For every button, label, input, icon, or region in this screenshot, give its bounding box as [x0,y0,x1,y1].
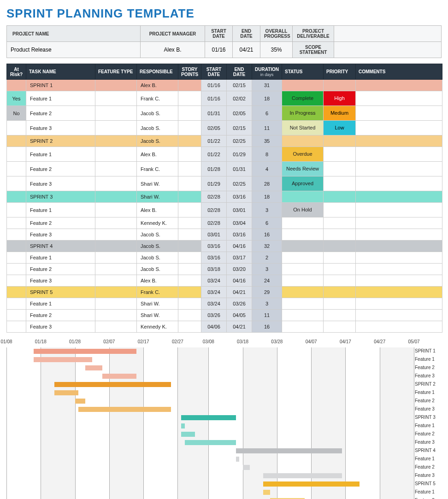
duration-cell[interactable]: 8 [252,147,282,162]
priority-cell[interactable] [324,275,356,287]
responsible-cell[interactable]: Jacob S. [137,241,178,252]
comments-cell[interactable] [356,264,442,275]
status-cell[interactable] [282,241,324,252]
status-cell[interactable]: Approved [282,176,324,191]
comments-cell[interactable] [356,106,442,121]
story-points-cell[interactable] [178,80,201,91]
feature-type-cell[interactable] [95,287,137,298]
comments-cell[interactable] [356,287,442,298]
feature-type-cell[interactable] [95,298,137,310]
task-name-cell[interactable]: Feature 2 [26,106,95,121]
story-points-cell[interactable] [178,275,201,287]
start-date-cell[interactable]: 04/06 [201,321,227,333]
feature-type-cell[interactable] [95,106,137,121]
comments-cell[interactable] [356,121,442,135]
duration-cell[interactable]: 32 [252,241,282,252]
status-cell[interactable] [282,191,324,203]
feature-type-cell[interactable] [95,135,137,147]
responsible-cell[interactable]: Jacob S. [137,135,178,147]
duration-cell[interactable]: 35 [252,135,282,147]
at-risk-cell[interactable]: Yes [7,91,26,106]
priority-cell[interactable]: Medium [324,106,356,121]
priority-cell[interactable] [324,203,356,217]
responsible-cell[interactable]: Shari W. [137,176,178,191]
task-name-cell[interactable]: Feature 2 [26,217,95,229]
at-risk-cell[interactable] [7,147,26,162]
story-points-cell[interactable] [178,217,201,229]
priority-cell[interactable]: High [324,91,356,106]
status-cell[interactable]: In Progress [282,106,324,121]
start-date-cell[interactable]: 02/28 [201,217,227,229]
task-name-cell[interactable]: Feature 3 [26,176,95,191]
end-date-cell[interactable]: 04/05 [227,310,252,321]
comments-cell[interactable] [356,310,442,321]
end-date-cell[interactable]: 03/20 [227,264,252,275]
sprint-row[interactable]: SPRINT 4Jacob S.03/1604/1632 [7,241,442,252]
task-name-cell[interactable]: SPRINT 4 [26,241,95,252]
status-cell[interactable] [282,310,324,321]
task-row[interactable]: Feature 2Jacob S.03/1803/203 [7,264,442,275]
task-name-cell[interactable]: Feature 3 [26,321,95,333]
comments-cell[interactable] [356,252,442,264]
at-risk-cell[interactable] [7,287,26,298]
feature-type-cell[interactable] [95,310,137,321]
at-risk-cell[interactable] [7,229,26,241]
at-risk-cell[interactable] [7,252,26,264]
task-name-cell[interactable]: Feature 3 [26,121,95,135]
start-date-cell[interactable]: 02/05 [201,121,227,135]
story-points-cell[interactable] [178,287,201,298]
at-risk-cell[interactable] [7,176,26,191]
comments-cell[interactable] [356,203,442,217]
responsible-cell[interactable]: Jacob S. [137,121,178,135]
end-date-cell[interactable]: 03/04 [227,217,252,229]
proj-name-value[interactable]: Product Release [7,42,141,58]
priority-cell[interactable] [324,241,356,252]
responsible-cell[interactable]: Frank C. [137,287,178,298]
at-risk-cell[interactable] [7,162,26,176]
feature-type-cell[interactable] [95,264,137,275]
comments-cell[interactable] [356,91,442,106]
feature-type-cell[interactable] [95,147,137,162]
at-risk-cell[interactable] [7,217,26,229]
at-risk-cell[interactable] [7,121,26,135]
comments-cell[interactable] [356,241,442,252]
comments-cell[interactable] [356,321,442,333]
task-row[interactable]: Feature 3Shari W.01/2902/2528Approved [7,176,442,191]
sprint-row[interactable]: SPRINT 1Alex B.01/1602/1531 [7,80,442,91]
task-name-cell[interactable]: Feature 2 [26,264,95,275]
task-row[interactable]: Feature 3Jacob S.02/0502/1511Not Started… [7,121,442,135]
responsible-cell[interactable]: Alex B. [137,203,178,217]
task-row[interactable]: YesFeature 1Frank C.01/1602/0218Complete… [7,91,442,106]
duration-cell[interactable]: 16 [252,229,282,241]
comments-cell[interactable] [356,135,442,147]
start-date-cell[interactable]: 03/26 [201,310,227,321]
task-row[interactable]: NoFeature 2Jacob S.01/3102/056In Progres… [7,106,442,121]
responsible-cell[interactable]: Alex B. [137,275,178,287]
end-date-cell[interactable]: 03/17 [227,252,252,264]
task-name-cell[interactable]: Feature 2 [26,310,95,321]
task-row[interactable]: Feature 3Jacob S.03/0103/1616 [7,229,442,241]
duration-cell[interactable]: 31 [252,80,282,91]
task-name-cell[interactable]: SPRINT 2 [26,135,95,147]
comments-cell[interactable] [356,147,442,162]
task-name-cell[interactable]: Feature 2 [26,162,95,176]
feature-type-cell[interactable] [95,252,137,264]
priority-cell[interactable]: Low [324,121,356,135]
priority-cell[interactable] [324,217,356,229]
priority-cell[interactable] [324,135,356,147]
feature-type-cell[interactable] [95,176,137,191]
at-risk-cell[interactable] [7,241,26,252]
task-name-cell[interactable]: Feature 3 [26,229,95,241]
status-cell[interactable] [282,264,324,275]
duration-cell[interactable]: 2 [252,252,282,264]
priority-cell[interactable] [324,147,356,162]
task-name-cell[interactable]: Feature 1 [26,298,95,310]
task-row[interactable]: Feature 1Alex B.01/2201/298Overdue [7,147,442,162]
story-points-cell[interactable] [178,162,201,176]
at-risk-cell[interactable] [7,310,26,321]
responsible-cell[interactable]: Kennedy K. [137,217,178,229]
at-risk-cell[interactable] [7,321,26,333]
duration-cell[interactable]: 3 [252,264,282,275]
story-points-cell[interactable] [178,252,201,264]
priority-cell[interactable] [324,287,356,298]
